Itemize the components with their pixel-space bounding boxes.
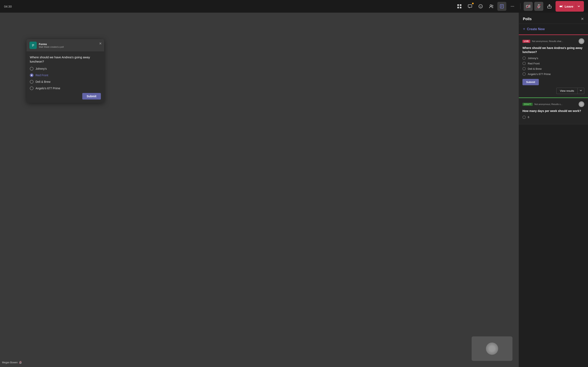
popup-option-label-4: Angelo's 677 Prime bbox=[35, 87, 60, 90]
popup-option-label-2: Red Front bbox=[35, 74, 48, 77]
popup-header-text: Forms Matt Wade created a poll bbox=[39, 43, 64, 48]
popup-submit-row: Submit bbox=[30, 93, 101, 100]
call-timer: 04:30 bbox=[4, 5, 12, 8]
popup-title: Forms bbox=[39, 43, 64, 46]
popup-option-2[interactable]: Red Front bbox=[30, 73, 101, 77]
popup-radio-2[interactable] bbox=[30, 73, 34, 77]
popup-close-button[interactable]: ✕ bbox=[99, 42, 102, 45]
popup-body: Where should we have Andrea's going away… bbox=[26, 51, 104, 103]
popup-radio-4[interactable] bbox=[30, 86, 34, 90]
popup-option-3[interactable]: Deli & Brew bbox=[30, 80, 101, 83]
popup-option-4[interactable]: Angelo's 677 Prime bbox=[30, 86, 101, 90]
main-meeting-area: Forms Matt Wade created a poll ✕ Where s… bbox=[0, 13, 294, 184]
top-bar: 04:30 Leav bbox=[0, 0, 294, 13]
popup-option-label-3: Deli & Brew bbox=[35, 80, 51, 83]
popup-option-label-1: Johnny's bbox=[35, 67, 47, 70]
poll-popup: Forms Matt Wade created a poll ✕ Where s… bbox=[26, 39, 104, 103]
popup-submit-button[interactable]: Submit bbox=[82, 93, 101, 100]
popup-question: Where should we have Andrea's going away… bbox=[30, 55, 101, 64]
popup-radio-1[interactable] bbox=[30, 67, 34, 71]
popup-radio-3[interactable] bbox=[30, 80, 34, 83]
popup-subtitle: Matt Wade created a poll bbox=[39, 46, 64, 48]
popup-option-1[interactable]: Johnny's bbox=[30, 67, 101, 71]
poll-popup-header: Forms Matt Wade created a poll ✕ bbox=[26, 39, 104, 51]
forms-icon bbox=[29, 42, 37, 49]
